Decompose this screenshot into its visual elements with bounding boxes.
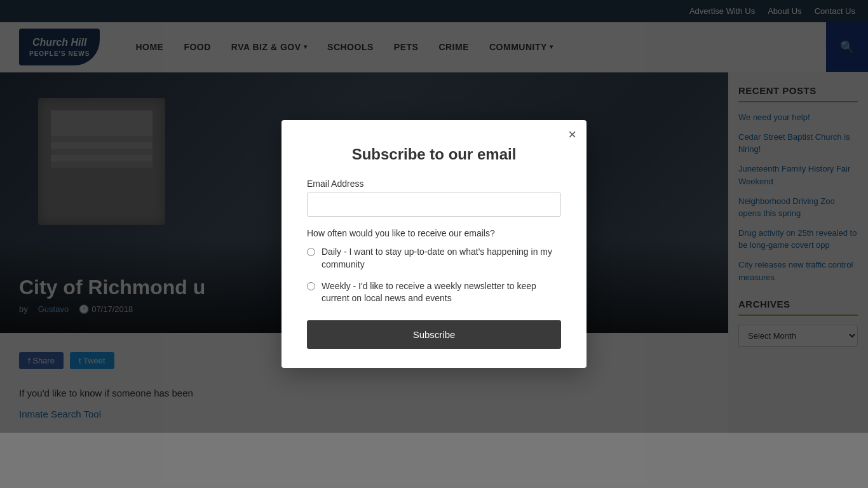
weekly-label: Weekly - I'd like to receive a weekly ne…	[322, 280, 561, 305]
daily-radio[interactable]	[307, 248, 315, 256]
weekly-option: Weekly - I'd like to receive a weekly ne…	[307, 280, 561, 305]
email-label: Email Address	[307, 179, 561, 189]
email-input[interactable]	[307, 193, 561, 217]
daily-label: Daily - I want to stay up-to-date on wha…	[322, 246, 561, 271]
modal-title: Subscribe to our email	[307, 146, 561, 163]
subscribe-button[interactable]: Subscribe	[307, 320, 561, 349]
subscribe-modal: × Subscribe to our email Email Address H…	[281, 120, 587, 367]
daily-option: Daily - I want to stay up-to-date on wha…	[307, 246, 561, 271]
frequency-question: How often would you like to receive our …	[307, 228, 561, 238]
modal-overlay: × Subscribe to our email Email Address H…	[0, 0, 868, 433]
modal-close-button[interactable]: ×	[568, 128, 576, 142]
weekly-radio[interactable]	[307, 282, 315, 290]
